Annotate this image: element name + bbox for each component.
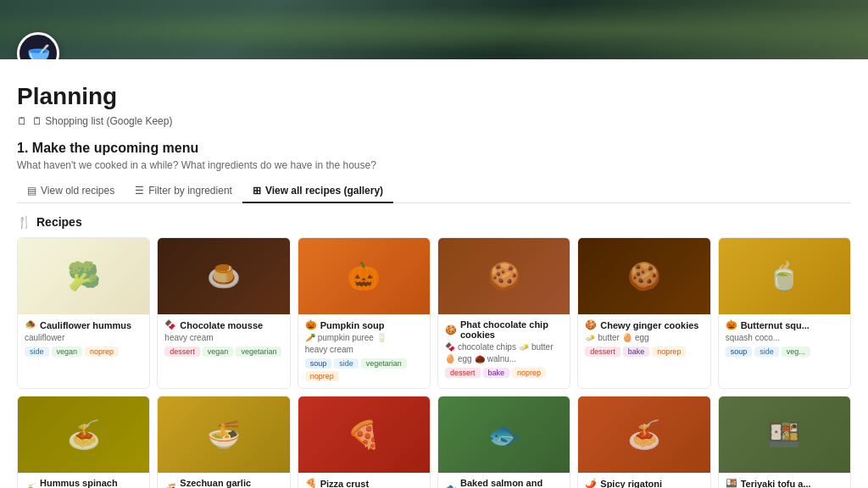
section-heading: 1. Make the upcoming menu	[17, 141, 851, 156]
recipe-info: 🍜 Szechuan garlic noodles	[158, 473, 289, 488]
recipe-info: 🍪 Chewy ginger cookies 🧈 butter 🥚 egg de…	[578, 314, 709, 363]
tag: soup	[305, 358, 332, 369]
recipe-name: 🍜 Szechuan garlic noodles	[164, 478, 282, 488]
recipe-name: 🎃 Butternut squ...	[726, 319, 843, 330]
recipe-emoji: 🍪	[445, 324, 457, 336]
tag: bake	[483, 368, 510, 378]
tag: veg...	[782, 347, 810, 357]
recipe-card[interactable]: 🎃 🎃 Pumpkin soup 🥕 pumpkin puree 🥛 heavy…	[298, 237, 431, 389]
recipe-emoji: 🌶️	[585, 478, 597, 488]
recipe-card[interactable]: 🍱 🍱 Teriyaki tofu a...	[718, 396, 851, 488]
tag: dessert	[445, 368, 481, 378]
tab-old-recipes[interactable]: ▤ View old recipes	[17, 180, 125, 203]
logo: 🥣	[17, 32, 59, 59]
tag: vegetarian	[361, 358, 407, 369]
recipe-image: 🐟	[438, 396, 570, 473]
recipe-card[interactable]: 🍝 🌶️ Spicy rigatoni	[577, 396, 710, 488]
recipe-name: 🍫 Chocolate mousse	[164, 319, 282, 330]
recipes-title: Recipes	[36, 215, 82, 229]
header-banner: 🥣	[0, 0, 868, 59]
recipe-name: 🍪 Chewy ginger cookies	[585, 319, 703, 330]
recipe-name: 🍕 Pizza crust	[305, 478, 423, 488]
recipe-card[interactable]: 🍪 🍪 Phat chocolate chip cookies 🍫 chocol…	[437, 237, 570, 389]
recipe-emoji: 🍜	[164, 483, 176, 489]
recipe-image: 🍮	[158, 238, 289, 314]
recipe-card[interactable]: 🍵 🎃 Butternut squ... squash coco... soup…	[718, 237, 851, 389]
shopping-link-icon: 🗒	[17, 115, 27, 127]
recipe-info: 🍱 Teriyaki tofu a...	[719, 473, 850, 488]
recipe-tags: dessert bake noprep	[445, 368, 563, 378]
recipe-card[interactable]: 🍜 🍜 Szechuan garlic noodles	[157, 396, 290, 488]
tab-filter-ingredient[interactable]: ☰ Filter by ingredient	[125, 180, 242, 203]
tab-label: View old recipes	[41, 185, 114, 197]
recipe-info: 🍝 Hummus spinach pasta	[18, 473, 149, 488]
recipe-card[interactable]: 🥦 🧆 Cauliflower hummus cauliflower side …	[17, 237, 150, 389]
tag: noprep	[305, 371, 339, 381]
tag: noprep	[512, 368, 546, 378]
recipes-row-2: 🍝 🍝 Hummus spinach pasta 🍜 🍜 Szechuan ga…	[17, 396, 851, 488]
recipe-emoji: 🍪	[585, 319, 597, 330]
recipes-section-title: 🍴 Recipes	[17, 215, 851, 229]
tab-label: View all recipes (gallery)	[265, 185, 383, 197]
recipe-ingredients: 🧈 butter 🥚 egg	[585, 333, 703, 342]
shopping-link-text: 🗒 Shopping list (Google Keep)	[32, 115, 172, 127]
shopping-link[interactable]: 🗒 🗒 Shopping list (Google Keep)	[17, 115, 851, 127]
recipe-info: 🧆 Cauliflower hummus cauliflower side ve…	[18, 314, 149, 363]
recipe-ingredients: 🥕 pumpkin puree 🥛 heavy cream	[305, 333, 423, 354]
recipe-ingredients: heavy cream	[164, 333, 282, 342]
recipe-image: 🎃	[298, 238, 430, 314]
tab-icon: ▤	[27, 185, 36, 197]
tag: soup	[726, 347, 753, 357]
recipe-emoji: 🍫	[164, 319, 176, 330]
recipe-image: 🍪	[578, 238, 709, 314]
recipe-name: 🍝 Hummus spinach pasta	[25, 478, 142, 488]
recipe-tags: soup side vegetarian noprep	[305, 358, 423, 381]
recipe-emoji: 🍝	[25, 483, 36, 489]
recipe-emoji: 🧆	[25, 319, 36, 330]
main-content: Planning 🗒 🗒 Shopping list (Google Keep)…	[0, 59, 868, 488]
recipe-info: 🐟 Baked salmon and asparagus	[438, 473, 570, 488]
recipe-name: 🧆 Cauliflower hummus	[25, 319, 142, 330]
recipe-card[interactable]: 🍝 🍝 Hummus spinach pasta	[17, 396, 150, 488]
tag: side	[754, 347, 779, 357]
recipe-image: 🍝	[578, 396, 709, 473]
recipe-info: 🍕 Pizza crust	[298, 473, 430, 488]
tag: vegan	[52, 347, 83, 357]
recipe-name: 🍱 Teriyaki tofu a...	[726, 478, 843, 488]
section-title: Make the upcoming menu	[32, 141, 198, 155]
recipe-card[interactable]: 🍮 🍫 Chocolate mousse heavy cream dessert…	[157, 237, 290, 389]
tab-icon: ☰	[135, 185, 144, 197]
tag: vegan	[203, 347, 234, 357]
tab-icon: ⊞	[253, 185, 261, 197]
recipe-name: 🐟 Baked salmon and asparagus	[445, 478, 563, 488]
recipe-card[interactable]: 🍕 🍕 Pizza crust	[298, 396, 431, 488]
recipe-ingredients: 🍫 chocolate chips 🧈 butter 🥚 egg 🌰 walnu…	[445, 342, 563, 363]
recipe-info: 🌶️ Spicy rigatoni	[578, 473, 709, 488]
page-title: Planning	[17, 83, 851, 110]
recipe-ingredients: squash coco...	[726, 333, 843, 342]
tab-all-recipes-gallery[interactable]: ⊞ View all recipes (gallery)	[242, 180, 393, 203]
recipe-emoji: 🐟	[445, 483, 457, 489]
tag: dessert	[585, 347, 620, 357]
recipe-info: 🍫 Chocolate mousse heavy cream dessert v…	[158, 314, 289, 363]
recipe-image: 🍕	[298, 396, 430, 473]
recipe-emoji: 🍕	[305, 478, 317, 488]
tab-label: Filter by ingredient	[148, 185, 232, 197]
tag: dessert	[164, 347, 200, 357]
recipes-row-1: 🥦 🧆 Cauliflower hummus cauliflower side …	[17, 237, 851, 389]
recipe-image: 🍝	[18, 396, 149, 473]
recipe-emoji: 🎃	[305, 319, 317, 330]
recipe-image: 🍜	[158, 396, 289, 473]
recipe-image: 🥦	[18, 238, 149, 314]
recipe-card[interactable]: 🍪 🍪 Chewy ginger cookies 🧈 butter 🥚 egg …	[577, 237, 710, 389]
recipe-tags: side vegan noprep	[25, 347, 142, 357]
recipe-name: 🎃 Pumpkin soup	[305, 319, 423, 330]
recipe-image: 🍪	[438, 238, 570, 314]
tag: noprep	[85, 347, 119, 357]
tag: side	[334, 358, 359, 369]
recipe-image: 🍵	[719, 238, 850, 314]
tag: vegetarian	[236, 347, 281, 357]
recipe-card[interactable]: 🐟 🐟 Baked salmon and asparagus	[437, 396, 570, 488]
recipe-info: 🎃 Pumpkin soup 🥕 pumpkin puree 🥛 heavy c…	[298, 314, 430, 388]
recipe-image: 🍱	[719, 396, 850, 473]
